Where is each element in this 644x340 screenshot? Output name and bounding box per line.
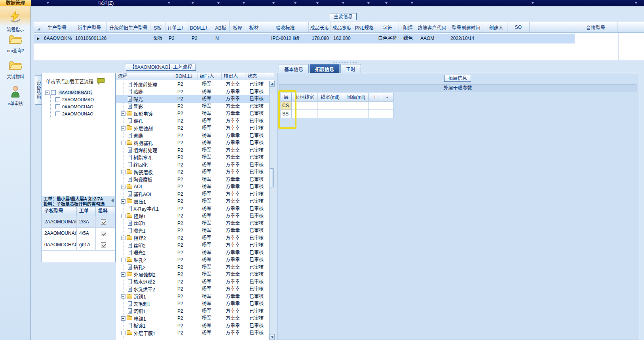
process-row[interactable]: 板镀1P2杨军方幸幸已审核 [116, 322, 269, 330]
column-header[interactable]: BOM工厂 [188, 22, 212, 32]
dropdown-arrow-icon[interactable] [342, 2, 344, 4]
process-row[interactable]: 陶瓷磨板P2杨军方幸幸已审核 [116, 168, 269, 176]
tab-basic-info[interactable]: 基本信息 [279, 64, 309, 73]
dropdown-arrow-icon[interactable] [411, 2, 413, 4]
collapse-icon[interactable] [121, 294, 125, 298]
scrollbar-thumb[interactable] [270, 168, 274, 187]
column-header[interactable]: 流程 [116, 73, 173, 80]
process-row[interactable]: 钻孔2P2杨军方幸幸已审核 [116, 264, 269, 271]
collapse-icon[interactable] [121, 331, 125, 335]
process-scrollbar[interactable] [269, 81, 274, 340]
process-row[interactable]: 终固化P2杨军方幸幸已审核 [116, 161, 269, 169]
process-row[interactable]: 曝光P2杨军方幸幸已审核 [116, 95, 269, 103]
collapse-icon[interactable] [121, 258, 125, 262]
node-checkbox[interactable] [55, 111, 60, 116]
column-header[interactable]: 成品长度 [309, 22, 331, 32]
node-checkbox[interactable] [51, 90, 56, 95]
column-header-pinned[interactable]: 合拼型号 [574, 22, 617, 32]
dropdown-arrow-icon[interactable] [385, 2, 388, 4]
tree-node-label[interactable]: 0AAOMOCHAO [62, 104, 93, 109]
process-row[interactable]: AOIP2杨军方幸幸已审核 [116, 183, 269, 191]
process-row[interactable]: 去毛刺1P2杨军方幸幸已审核 [116, 300, 269, 308]
tree-node-label[interactable]: 2AAOMOUNAO [62, 111, 93, 116]
process-row[interactable]: 阻焊1P2杨军方幸幸已审核 [116, 212, 269, 220]
column-header[interactable]: 间距(mil) [343, 93, 369, 102]
process-row[interactable]: 丝印1P2杨军方幸幸已审核 [116, 220, 269, 227]
node-checkbox[interactable] [55, 97, 60, 102]
table-row[interactable]: CS [281, 101, 393, 110]
splitter-handle[interactable] [332, 61, 358, 63]
collapse-icon[interactable] [121, 141, 125, 145]
process-row[interactable]: 电镀1P2杨军方幸幸已审核 [116, 315, 269, 322]
column-header[interactable]: 编写人 [198, 73, 222, 80]
column-header[interactable]: AB板 [212, 22, 230, 32]
tree-node-label[interactable]: 6AAOMOKNAO [58, 90, 92, 95]
tab-work-hours[interactable]: 工时 [340, 64, 361, 73]
process-row[interactable]: 外层蚀刻2P2杨军方幸幸已审核 [116, 271, 269, 278]
cancel-menu-item[interactable]: 取消(Z) [98, 0, 114, 6]
table-row[interactable]: SS [281, 110, 393, 118]
column-header[interactable]: 新生产型号 [72, 22, 107, 32]
column-header[interactable]: SO [507, 22, 530, 32]
app-tab-data-management[interactable]: 数据管理 [0, 0, 31, 6]
process-row[interactable]: 外层蚀刻P2杨军方幸幸已审核 [116, 125, 269, 132]
process-row[interactable]: 树脂塞孔P2杨军方幸幸已审核 [116, 139, 269, 147]
process-row[interactable]: 曝光2P2杨军方幸幸已审核 [116, 249, 269, 257]
column-header[interactable]: PNL规格 [353, 22, 376, 32]
sidebar-item-key-material[interactable]: 关键物料 [0, 60, 31, 79]
collapse-icon[interactable] [121, 199, 125, 204]
process-row[interactable]: 外层干膜1P2杨军方幸幸已审核 [116, 329, 269, 337]
tree-node[interactable]: 2AAOMOUNAO [45, 110, 114, 117]
column-header[interactable]: 层 [281, 93, 292, 102]
dropdown-arrow-icon[interactable] [168, 2, 170, 4]
column-header[interactable]: 型号创建时间 [447, 22, 485, 32]
process-row[interactable]: 阻焊前处理P2杨军方幸幸已审核 [116, 147, 269, 154]
column-header[interactable]: 终端客户代码 [417, 22, 447, 32]
column-header[interactable]: 核审人 [222, 73, 245, 80]
collapse-icon[interactable] [121, 214, 125, 218]
process-row[interactable]: 塞孔AOIP2杨军方幸幸已审核 [116, 191, 269, 198]
collapse-icon[interactable] [121, 111, 125, 116]
checkbox-icon[interactable] [101, 242, 106, 247]
process-row[interactable]: 沉铜1P2杨军方幸幸已审核 [116, 308, 269, 315]
process-row[interactable]: 贴膜P2杨军方幸幸已审核 [116, 88, 269, 96]
layer-cell[interactable]: CS [281, 101, 292, 110]
table-row[interactable]: 6AAOMOKNAO10010600112667母板P2P2NIPC-6012 … [34, 34, 575, 43]
checkbox-icon[interactable] [101, 219, 106, 225]
process-row[interactable]: 层压1P2杨军方幸幸已审核 [116, 198, 269, 205]
dropdown-arrow-icon[interactable] [294, 2, 296, 4]
column-header[interactable]: 板材 [246, 22, 262, 32]
dropdown-arrow-icon[interactable] [316, 2, 319, 4]
node-checkbox[interactable] [55, 104, 60, 109]
comment-bubble-icon[interactable] [97, 78, 105, 85]
tab-device-structure[interactable]: 设备结构 [35, 76, 42, 105]
column-header[interactable]: 验收标准 [262, 22, 309, 32]
process-row[interactable]: 退膜P2杨军方幸幸已审核 [116, 132, 269, 140]
dropdown-arrow-icon[interactable] [532, 2, 534, 4]
tab-extended-info[interactable]: 拓展信息 [310, 64, 340, 73]
process-row[interactable]: 丝印2P2杨军方幸幸已审核 [116, 242, 269, 249]
sidebar-item-flow-guide[interactable]: 流程指示 [0, 10, 31, 32]
column-header[interactable]: + [369, 93, 381, 102]
dropdown-arrow-icon[interactable] [272, 2, 275, 4]
column-header[interactable]: 阻焊 [399, 22, 417, 32]
column-header[interactable]: 创建人 [485, 22, 507, 32]
collapse-icon[interactable] [121, 236, 125, 240]
collapse-panel-icon[interactable] [111, 198, 114, 202]
process-row[interactable]: 外层前处理P2杨军方幸幸已审核 [116, 81, 269, 88]
checkbox-icon[interactable] [101, 231, 106, 236]
tree-node[interactable]: 0AAOMOCHAO [45, 103, 114, 110]
dropdown-arrow-icon[interactable] [635, 2, 637, 4]
process-row[interactable]: 镀孔P2杨军方幸幸已审核 [116, 117, 269, 125]
column-header[interactable]: 线宽(mil) [317, 93, 343, 102]
column-header[interactable]: 菲林线宽 [291, 93, 317, 102]
column-header[interactable]: 投料 [96, 207, 111, 216]
collapse-icon[interactable] [121, 316, 125, 321]
tree-node-label[interactable]: 2AAOMOUMAO [62, 97, 94, 102]
process-row[interactable]: X-Ray冲孔1P2杨军方幸幸已审核 [116, 205, 269, 213]
dropdown-arrow-icon[interactable] [47, 2, 49, 4]
process-row[interactable]: 曝光1P2杨军方幸幸已审核 [116, 227, 269, 234]
column-header[interactable]: S板 [150, 22, 165, 32]
tree-node-root[interactable]: 6AAOMOKNAO [45, 89, 114, 96]
sidebar-item-order-audit[interactable]: e单审核 [0, 85, 31, 106]
